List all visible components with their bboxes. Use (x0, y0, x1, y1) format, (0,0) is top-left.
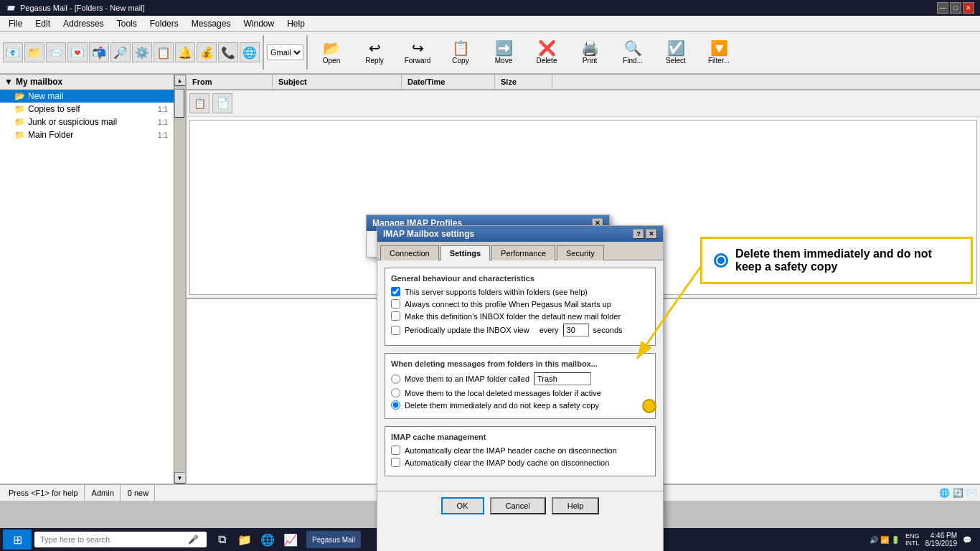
taskbar-lang: ENGINTL (905, 532, 920, 547)
status-new: 0 new (122, 485, 155, 501)
microphone-icon[interactable]: 🎤 (188, 534, 199, 545)
toolbar-icon-5[interactable]: 📬 (89, 42, 109, 62)
title-bar: 📨 Pegasus Mail - [Folders - New mail] — … (0, 0, 980, 16)
menu-file[interactable]: File (3, 17, 28, 30)
minimize-button[interactable]: — (937, 2, 948, 14)
taskbar-explorer[interactable]: 📁 (235, 529, 255, 550)
toolbar-icon-11[interactable]: 📞 (218, 42, 238, 62)
imap-settings-title: IMAP Mailbox settings ? ✕ (377, 226, 663, 242)
btn-forward[interactable]: ↪ Forward (397, 33, 438, 72)
callout-radio-inner (717, 257, 725, 264)
cache-checkbox-row-2: Automatically clear the IMAP body cache … (391, 458, 649, 467)
checkbox-clear-header-cache[interactable] (391, 446, 400, 455)
select-icon: ☑️ (667, 41, 685, 55)
ok-button[interactable]: OK (441, 497, 484, 514)
toolbar-icon-10[interactable]: 💰 (197, 42, 217, 62)
checkbox-default-inbox[interactable] (391, 311, 400, 321)
reply-label: Reply (365, 57, 384, 65)
forward-icon: ↪ (412, 41, 424, 55)
imap-folder-input[interactable] (534, 372, 591, 385)
taskbar-app1[interactable]: 📈 (281, 529, 301, 550)
menu-addresses[interactable]: Addresses (57, 17, 110, 30)
filter-icon: 🔽 (710, 41, 728, 55)
radio-move-to-imap[interactable] (391, 375, 400, 384)
radio-1-label: Move them to an IMAP folder called (405, 375, 529, 383)
toolbar-icon-9[interactable]: 🔔 (175, 42, 195, 62)
checkbox-clear-body-cache[interactable] (391, 458, 400, 467)
taskbar-search[interactable] (34, 532, 207, 547)
btn-select[interactable]: ☑️ Select (655, 33, 697, 72)
dialog-footer: OK Cancel Help (377, 491, 663, 520)
menu-folders[interactable]: Folders (144, 17, 184, 30)
filter-label: Filter... (708, 57, 730, 65)
print-icon: 🖨️ (581, 41, 599, 55)
seconds-input[interactable] (563, 324, 589, 336)
menu-help[interactable]: Help (281, 17, 311, 30)
account-dropdown-container: Gmail (267, 44, 303, 60)
close-button[interactable]: ✕ (963, 2, 974, 14)
checkbox-4-label: Periodically update the INBOX view (405, 326, 529, 334)
cache-title: IMAP cache management (391, 433, 649, 441)
radio-delete-immediately[interactable] (391, 400, 400, 410)
btn-reply[interactable]: ↩ Reply (354, 33, 395, 72)
radio-row-3: Delete them immediately and do not keep … (391, 400, 649, 410)
callout-radio-icon (714, 253, 728, 268)
menu-window[interactable]: Window (237, 17, 280, 30)
checkbox-row-4: Periodically update the INBOX view every… (391, 324, 649, 336)
toolbar-icon-8[interactable]: 📋 (154, 42, 174, 62)
cancel-button[interactable]: Cancel (490, 497, 546, 514)
tab-performance[interactable]: Performance (491, 245, 555, 260)
seconds-label: seconds (593, 326, 623, 334)
radio-move-to-local[interactable] (391, 388, 400, 397)
imap-close-btn[interactable]: ✕ (646, 229, 657, 239)
checkbox-1-label: This server supports folders within fold… (405, 288, 588, 296)
help-button[interactable]: Help (552, 497, 600, 514)
start-button[interactable]: ⊞ (3, 529, 32, 550)
toolbar-icon-4[interactable]: 💌 (67, 42, 88, 62)
taskbar-chrome[interactable]: 🌐 (258, 529, 278, 550)
copy-label: Copy (452, 57, 468, 65)
notification-icon[interactable]: 💬 (963, 536, 971, 544)
reply-icon: ↩ (369, 41, 381, 55)
taskbar-taskview[interactable]: ⧉ (212, 529, 232, 550)
move-icon: ➡️ (495, 41, 513, 55)
taskbar-pegasus[interactable]: Pegasus Mail (306, 531, 361, 548)
callout-text: Delete them immediately and do not keep … (735, 248, 959, 273)
checkbox-row-1: This server supports folders within fold… (391, 287, 649, 296)
mail-status-icon: ✉️ (966, 488, 977, 498)
menu-messages[interactable]: Messages (186, 17, 237, 30)
maximize-button[interactable]: □ (950, 2, 961, 14)
menu-tools[interactable]: Tools (111, 17, 143, 30)
radio-row-2: Move them to the local deleted messages … (391, 388, 649, 397)
tab-settings[interactable]: Settings (440, 245, 490, 260)
radio-3-label: Delete them immediately and do not keep … (405, 401, 599, 410)
imap-settings-title-btns: ? ✕ (633, 229, 657, 239)
tab-connection[interactable]: Connection (380, 245, 439, 260)
find-icon: 🔍 (624, 41, 642, 55)
btn-open[interactable]: 📂 Open (311, 33, 352, 72)
btn-move[interactable]: ➡️ Move (483, 33, 524, 72)
tab-security[interactable]: Security (557, 245, 604, 260)
checkbox-periodic-update[interactable] (391, 326, 400, 335)
toolbar-icon-7[interactable]: ⚙️ (132, 42, 152, 62)
imap-help-btn[interactable]: ? (633, 229, 644, 239)
open-icon: 📂 (323, 41, 341, 55)
toolbar-icon-2[interactable]: 📁 (24, 42, 44, 62)
checkbox-folders-within-folders[interactable] (391, 287, 400, 296)
menu-edit[interactable]: Edit (29, 17, 56, 30)
taskbar-icons: ⧉ 📁 🌐 📈 (212, 529, 301, 550)
btn-print[interactable]: 🖨️ Print (569, 33, 611, 72)
btn-delete[interactable]: ❌ Delete (526, 33, 567, 72)
cache-checkbox-1-label: Automatically clear the IMAP header cach… (405, 446, 617, 455)
checkbox-always-connect[interactable] (391, 299, 400, 309)
toolbar-icon-6[interactable]: 🔎 (110, 42, 131, 62)
menu-bar: File Edit Addresses Tools Folders Messag… (0, 16, 980, 32)
btn-copy[interactable]: 📋 Copy (440, 33, 481, 72)
account-dropdown[interactable]: Gmail (267, 44, 303, 60)
toolbar-icon-12[interactable]: 🌐 (240, 42, 260, 62)
btn-filter[interactable]: 🔽 Filter... (698, 33, 740, 72)
imap-settings-dialog: IMAP Mailbox settings ? ✕ Connection Set… (377, 225, 664, 551)
toolbar-icon-1[interactable]: 📧 (3, 42, 23, 62)
toolbar-icon-3[interactable]: 📨 (46, 42, 66, 62)
btn-find[interactable]: 🔍 Find... (612, 33, 654, 72)
